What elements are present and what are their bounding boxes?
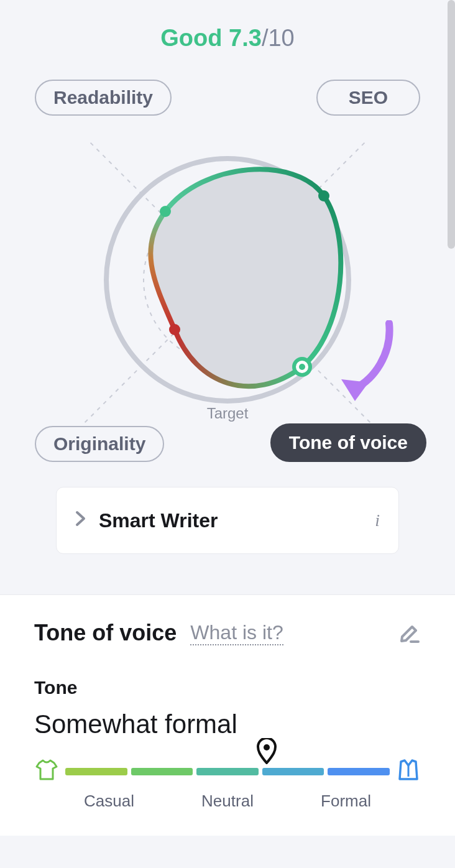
score-value: 7.3 bbox=[229, 25, 262, 51]
scale-labels: Casual Neutral Formal bbox=[65, 792, 390, 811]
scale-label-casual: Casual bbox=[84, 792, 134, 811]
smart-writer-label: Smart Writer bbox=[99, 509, 218, 532]
smart-writer-row[interactable]: Smart Writer i bbox=[56, 487, 399, 554]
tone-value: Somewhat formal bbox=[34, 709, 421, 739]
radar-chart-container: Readability SEO Originality Tone of voic… bbox=[35, 70, 420, 468]
svg-point-10 bbox=[169, 324, 180, 335]
scale-seg-1 bbox=[65, 768, 127, 775]
svg-point-12 bbox=[264, 744, 270, 750]
tshirt-icon bbox=[34, 758, 59, 785]
scale-seg-3 bbox=[196, 768, 259, 775]
scale-track[interactable] bbox=[65, 768, 390, 775]
seo-pill[interactable]: SEO bbox=[316, 80, 420, 116]
score-max: /10 bbox=[262, 25, 295, 51]
dress-shirt-icon bbox=[396, 758, 421, 785]
tone-scale bbox=[34, 758, 421, 785]
chevron-right-icon bbox=[75, 510, 86, 530]
pin-icon[interactable] bbox=[256, 738, 277, 767]
scale-seg-4 bbox=[262, 768, 324, 775]
scale-label-neutral: Neutral bbox=[201, 792, 254, 811]
target-label: Target bbox=[207, 405, 249, 422]
svg-point-7 bbox=[318, 190, 329, 201]
score-line: Good 7.3/10 bbox=[34, 25, 421, 52]
scale-seg-5 bbox=[328, 768, 390, 775]
scale-seg-2 bbox=[131, 768, 193, 775]
info-icon[interactable]: i bbox=[375, 510, 380, 530]
readability-pill[interactable]: Readability bbox=[35, 80, 172, 116]
radar-chart: Target bbox=[85, 140, 370, 438]
edit-icon[interactable] bbox=[398, 621, 421, 645]
what-is-it-link[interactable]: What is it? bbox=[190, 621, 283, 645]
scrollbar[interactable] bbox=[448, 0, 455, 249]
scale-label-formal: Formal bbox=[321, 792, 371, 811]
tone-of-voice-panel: Tone of voice What is it? Tone Somewhat … bbox=[0, 594, 455, 836]
svg-point-9 bbox=[299, 364, 305, 370]
tov-title: Tone of voice bbox=[34, 620, 177, 646]
tone-label: Tone bbox=[34, 677, 421, 698]
tov-header: Tone of voice What is it? bbox=[34, 620, 421, 646]
score-panel: Good 7.3/10 Readability SEO Originality … bbox=[0, 0, 455, 573]
score-word: Good bbox=[160, 25, 222, 51]
svg-point-6 bbox=[160, 206, 171, 217]
